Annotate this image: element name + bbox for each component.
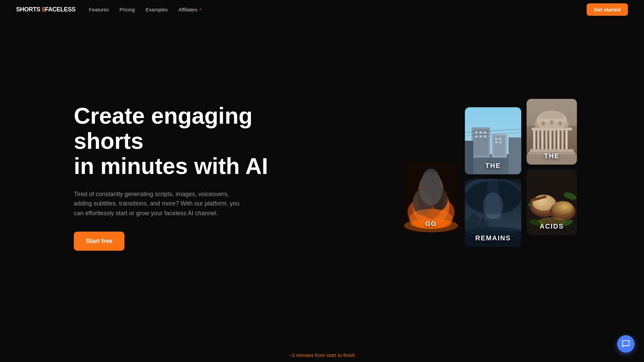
- svg-rect-53: [557, 129, 559, 149]
- svg-rect-16: [479, 131, 482, 133]
- svg-point-72: [540, 201, 541, 202]
- svg-rect-54: [561, 129, 564, 149]
- logo[interactable]: SHORTS $FACELESS: [16, 6, 75, 13]
- svg-point-75: [542, 203, 543, 204]
- card-spices-label: ACIDS: [540, 223, 564, 230]
- nav-link-pricing[interactable]: Pricing: [119, 7, 135, 12]
- svg-point-85: [564, 208, 565, 209]
- get-started-button[interactable]: Get started: [587, 3, 628, 16]
- svg-rect-51: [549, 129, 551, 149]
- hero-subtitle: Tired of constantly generating scripts, …: [74, 189, 248, 218]
- hero-title: Create engaging shorts in minutes with A…: [74, 103, 282, 178]
- svg-rect-23: [495, 138, 497, 140]
- card-spices: ACIDS: [527, 169, 577, 235]
- svg-point-80: [553, 201, 573, 215]
- svg-point-82: [562, 206, 564, 207]
- chat-icon: [622, 340, 630, 348]
- hero-text: Create engaging shorts in minutes with A…: [74, 103, 282, 251]
- card-buildings: THE: [465, 107, 521, 174]
- hero-images: GG: [402, 107, 577, 247]
- svg-rect-27: [465, 141, 473, 174]
- svg-point-74: [547, 201, 548, 203]
- svg-rect-52: [553, 129, 555, 149]
- chat-bubble-button[interactable]: [617, 335, 635, 353]
- card-explosion-label: GG: [425, 220, 437, 228]
- svg-point-83: [565, 207, 566, 208]
- nav-link-affiliates[interactable]: Affiliates ↗: [178, 7, 202, 12]
- card-classical: THE: [527, 99, 577, 165]
- logo-text-shorts: SHORTS: [16, 6, 42, 13]
- nav-links: Features Pricing Examples Affiliates ↗: [89, 7, 202, 12]
- svg-rect-26: [499, 141, 501, 143]
- card-classical-label: THE: [544, 152, 559, 160]
- nav-link-examples[interactable]: Examples: [146, 7, 168, 12]
- svg-point-63: [558, 121, 562, 126]
- svg-rect-47: [533, 129, 535, 149]
- svg-rect-48: [537, 129, 539, 149]
- svg-point-76: [545, 203, 546, 204]
- start-free-button[interactable]: Start free: [74, 232, 124, 251]
- svg-rect-17: [484, 131, 486, 133]
- svg-rect-57: [530, 149, 574, 152]
- hero-section: Create engaging shorts in minutes with A…: [0, 19, 644, 335]
- svg-point-73: [543, 200, 545, 202]
- image-col-left: GG: [402, 162, 460, 232]
- svg-rect-24: [499, 138, 501, 140]
- image-col-middle: THE: [465, 107, 521, 247]
- image-col-right: THE: [527, 99, 577, 235]
- svg-rect-18: [475, 135, 478, 137]
- svg-rect-20: [484, 135, 486, 137]
- svg-point-7: [422, 169, 440, 195]
- card-storm: REMAINS: [465, 179, 521, 247]
- card-buildings-label: THE: [485, 162, 501, 170]
- svg-point-61: [542, 121, 545, 126]
- nav-left: SHORTS $FACELESS Features Pricing Exampl…: [16, 6, 202, 13]
- bottom-bar: ~3 minutes from start to finish: [0, 348, 644, 362]
- logo-dollar: $: [42, 6, 45, 13]
- svg-rect-28: [508, 137, 521, 174]
- bottom-bar-text: ~3 minutes from start to finish: [289, 352, 355, 358]
- svg-rect-49: [541, 129, 543, 149]
- card-storm-label: REMAINS: [475, 234, 511, 242]
- card-explosion: GG: [402, 162, 460, 232]
- svg-point-62: [550, 120, 553, 125]
- svg-point-84: [561, 208, 562, 209]
- svg-rect-19: [479, 135, 482, 137]
- navbar: SHORTS $FACELESS Features Pricing Exampl…: [0, 0, 644, 19]
- logo-text-faceless: FACELESS: [45, 6, 75, 13]
- svg-rect-50: [545, 129, 547, 149]
- nav-link-features[interactable]: Features: [89, 7, 109, 12]
- svg-rect-55: [566, 129, 568, 149]
- external-link-icon: ↗: [199, 7, 202, 12]
- svg-point-81: [560, 206, 561, 207]
- svg-rect-25: [495, 141, 497, 143]
